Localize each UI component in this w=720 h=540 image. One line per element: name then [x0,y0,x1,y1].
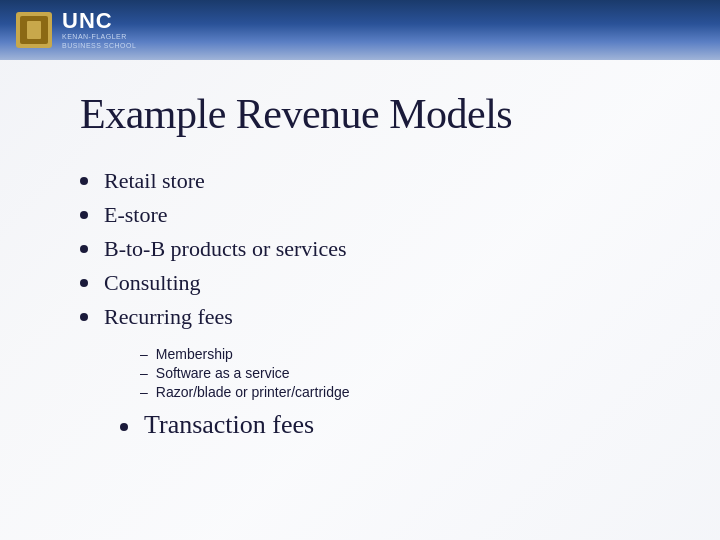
unc-logo-icon [16,12,52,48]
sub-item-text: Membership [156,346,233,362]
unc-logo-inner [20,16,48,44]
logo-line2: BUSINESS SCHOOL [62,41,136,50]
sub-list: – Membership – Software as a service – R… [140,346,640,400]
list-item: B-to-B products or services [80,236,640,262]
sub-list-item: – Membership [140,346,640,362]
transaction-fees-row: Transaction fees [120,410,640,440]
bullet-text: B-to-B products or services [104,236,347,262]
unc-text: UNC [62,10,136,32]
bullet-dot [80,245,88,253]
bullet-dot [80,279,88,287]
bullet-dot [80,313,88,321]
sub-dash: – [140,365,148,381]
bullet-list: Retail store E-store B-to-B products or … [80,168,640,330]
logo-area: UNC KENAN-FLAGLER BUSINESS SCHOOL [16,10,136,50]
transaction-bullet-dot [120,423,128,431]
transaction-fees-text: Transaction fees [144,410,314,440]
sub-item-text: Software as a service [156,365,290,381]
bullet-dot [80,211,88,219]
logo-line1: KENAN-FLAGLER [62,32,136,41]
bullet-text: Recurring fees [104,304,233,330]
logo-text-area: UNC KENAN-FLAGLER BUSINESS SCHOOL [62,10,136,50]
bullet-text: Consulting [104,270,201,296]
bullet-dot [80,177,88,185]
sub-list-item: – Software as a service [140,365,640,381]
bullet-text: E-store [104,202,168,228]
sub-list-item: – Razor/blade or printer/cartridge [140,384,640,400]
bullet-text: Retail store [104,168,205,194]
list-item: Retail store [80,168,640,194]
content-area: Example Revenue Models Retail store E-st… [0,60,720,460]
slide-title: Example Revenue Models [80,90,640,138]
list-item: Consulting [80,270,640,296]
sub-dash: – [140,384,148,400]
header-bar: UNC KENAN-FLAGLER BUSINESS SCHOOL [0,0,720,60]
sub-item-text: Razor/blade or printer/cartridge [156,384,350,400]
list-item: E-store [80,202,640,228]
list-item: Recurring fees [80,304,640,330]
sub-dash: – [140,346,148,362]
